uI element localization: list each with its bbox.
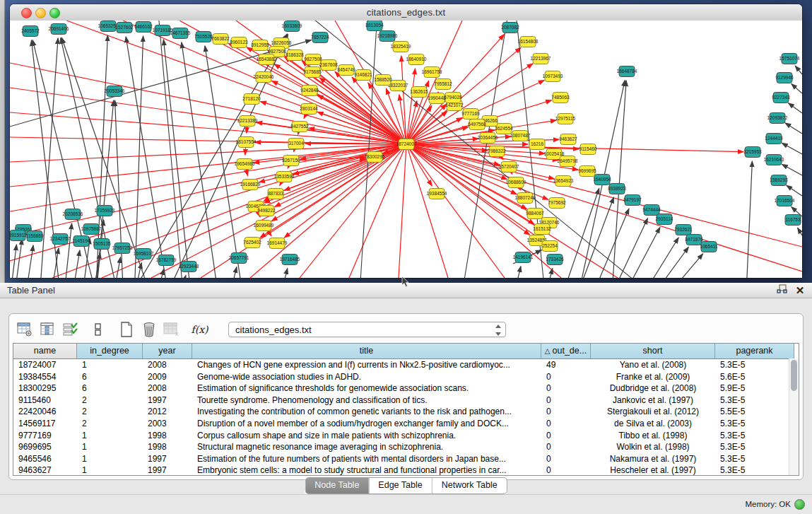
close-panel-icon[interactable]: ✕ xyxy=(794,284,806,296)
graph-edge[interactable] xyxy=(787,185,802,196)
graph-edge[interactable] xyxy=(134,36,143,278)
graph-edge[interactable] xyxy=(281,269,288,278)
graph-edge[interactable] xyxy=(792,84,802,93)
table-row[interactable]: 969969511998Structural magnetic resonanc… xyxy=(13,441,799,453)
cell-in_degree: 1 xyxy=(77,441,143,453)
table-row[interactable]: 946554611997Estimation of the future num… xyxy=(13,453,799,465)
graph-edge[interactable] xyxy=(645,238,678,278)
graph-node-label: 3215953 xyxy=(743,149,762,154)
graph-edge[interactable] xyxy=(406,144,505,278)
new-document-icon[interactable] xyxy=(117,320,136,339)
cell-year: 1997 xyxy=(143,395,192,407)
graph-edge[interactable] xyxy=(182,42,222,278)
tab-network-table[interactable]: Network Table xyxy=(432,478,507,493)
cell-name: 19384554 xyxy=(13,371,77,383)
graph-edge[interactable] xyxy=(64,223,72,278)
graph-edge[interactable] xyxy=(782,143,802,154)
table-row[interactable]: 911546021997Tourette syndrome. Phenomeno… xyxy=(13,395,799,407)
rows-icon[interactable] xyxy=(88,320,107,339)
table-select-dropdown[interactable]: citations_edges.txt xyxy=(228,322,506,337)
graph-node-label: 6466162 xyxy=(134,24,153,29)
graph-edge[interactable] xyxy=(594,209,629,278)
graph-node-label: 20206536 xyxy=(63,211,83,216)
graph-edge[interactable] xyxy=(180,275,186,278)
column-header-in_degree[interactable]: in_degree xyxy=(77,344,143,358)
cell-in_degree: 1 xyxy=(77,465,143,476)
graph-edge[interactable] xyxy=(230,267,237,278)
column-header-title[interactable]: title xyxy=(192,344,541,358)
graph-node-label: 116753 xyxy=(785,217,801,222)
cell-out_degree: 0 xyxy=(541,441,591,453)
network-canvas[interactable]: 1872400724055722069140610653257152760264… xyxy=(10,21,802,278)
table-row[interactable]: 946362711997Embryonic stem cells: a mode… xyxy=(13,465,799,476)
graph-node-label: 6794028 xyxy=(444,95,462,100)
graph-edge[interactable] xyxy=(114,257,121,278)
graph-node-label: 10973493 xyxy=(543,74,563,78)
cell-year: 1997 xyxy=(143,465,192,476)
graph-edge[interactable] xyxy=(399,144,406,278)
graph-edge[interactable] xyxy=(613,218,647,278)
network-graph[interactable]: 1872400724055722069140610653257152760264… xyxy=(10,21,802,278)
graph-edge[interactable] xyxy=(655,247,688,278)
graph-node-label: 10975887 xyxy=(81,226,102,231)
function-fx-icon[interactable]: f(x) xyxy=(190,320,209,339)
table-scrollbar[interactable] xyxy=(789,358,799,475)
graph-edge[interactable] xyxy=(26,245,33,278)
graph-edge[interactable] xyxy=(11,245,16,278)
graph-edge[interactable] xyxy=(514,267,521,278)
graph-edge[interactable] xyxy=(406,144,802,271)
graph-edge[interactable] xyxy=(10,112,406,144)
graph-edge[interactable] xyxy=(612,81,626,278)
graph-node-label: 1156869 xyxy=(26,233,44,238)
table-row[interactable]: 1872400712008Changes of HCN gene express… xyxy=(13,359,799,371)
table-row[interactable]: 1938455462009Genome-wide association stu… xyxy=(13,371,799,383)
graph-edge[interactable] xyxy=(260,102,406,144)
graph-node-label: 7515526 xyxy=(194,34,213,39)
graph-edge[interactable] xyxy=(798,228,802,235)
column-header-short[interactable]: short xyxy=(591,344,715,358)
column-header-pagerank[interactable]: pagerank xyxy=(715,344,794,358)
cell-year: 1998 xyxy=(143,441,192,453)
column-header-name[interactable]: name xyxy=(13,344,77,358)
graph-edge[interactable] xyxy=(563,188,599,278)
graph-node-label: 12923448 xyxy=(179,264,199,269)
graph-node-label: 7955812 xyxy=(434,81,452,86)
graph-edge[interactable] xyxy=(406,144,448,278)
scrollbar-thumb[interactable] xyxy=(791,360,797,391)
graph-node-label: 7663822 xyxy=(211,36,230,41)
column-header-out_degree[interactable]: △out_de... xyxy=(541,344,591,358)
trash-icon[interactable] xyxy=(139,320,158,339)
graph-edge[interactable] xyxy=(158,269,164,278)
graph-node-label: 2367608 xyxy=(319,62,338,67)
graph-node-label: 6479197 xyxy=(623,197,642,202)
graph-edge[interactable] xyxy=(158,21,183,278)
select-columns-icon[interactable] xyxy=(37,320,57,339)
tab-node-table[interactable]: Node Table xyxy=(305,478,368,493)
graph-edge[interactable] xyxy=(785,123,802,134)
graph-node-label: 1527602 xyxy=(115,25,134,30)
graph-node-label: 8912955 xyxy=(251,42,269,47)
window-titlebar[interactable]: citations_edges.txt xyxy=(10,4,802,21)
table-row[interactable]: 2242004622012Investigating the contribut… xyxy=(13,406,799,418)
graph-edge[interactable] xyxy=(788,103,802,113)
column-header-year[interactable]: year xyxy=(143,344,192,358)
row-checks-icon[interactable] xyxy=(60,320,79,339)
graph-edge[interactable] xyxy=(795,66,802,74)
graph-node-label: 9827508 xyxy=(268,49,286,54)
graph-edge[interactable] xyxy=(782,164,802,175)
float-panel-icon[interactable] xyxy=(775,284,788,296)
app-window-edge xyxy=(0,0,5,283)
table-settings-icon[interactable] xyxy=(15,320,34,339)
graph-node-label: 12093872 xyxy=(767,115,788,120)
graph-node-label: 2405572 xyxy=(21,28,40,33)
table-panel-body: x f(x) citations_edges.txt namein_degree… xyxy=(8,313,804,480)
tab-edge-table[interactable]: Edge Table xyxy=(368,478,431,493)
table-row[interactable]: 1456911722003Disruption of a novel membe… xyxy=(13,418,799,430)
graph-edge[interactable] xyxy=(401,56,406,144)
graph-edge[interactable] xyxy=(746,161,752,278)
table-row[interactable]: 1830029562008Estimation of significance … xyxy=(13,382,799,395)
graph-edge[interactable] xyxy=(73,250,80,278)
graph-node-label: 13654923 xyxy=(553,178,574,183)
table-row[interactable]: 977716911998Corpus callosum shape and si… xyxy=(13,430,799,442)
graph-edge[interactable] xyxy=(625,227,660,278)
